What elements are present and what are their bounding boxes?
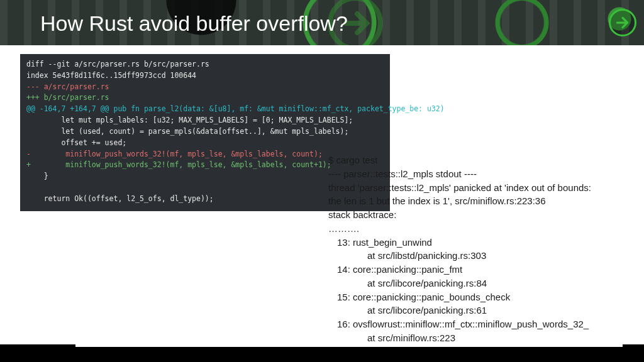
term-line: ---- parser::tests::l2_mpls stdout ---- [328, 167, 629, 181]
term-frame-loc: at src/libcore/panicking.rs:61 [328, 304, 629, 317]
term-line: the len is 1 but the index is 1', src/mi… [328, 194, 629, 208]
diff-line: return Ok((offset, l2_5_ofs, dl_type)); [26, 194, 214, 203]
diff-line: --- a/src/parser.rs [26, 82, 109, 91]
term-line: ………. [328, 222, 629, 236]
diff-removed-line: - miniflow_push_words_32!(mf, mpls_lse, … [26, 150, 323, 158]
terminal-output: $ cargo test ---- parser::tests::l2_mpls… [328, 153, 629, 362]
diff-line: let (used, count) = parse_mpls(&data[off… [26, 127, 348, 136]
diff-line: } [26, 172, 48, 180]
diff-hunk-header: @@ -164,7 +164,7 @@ pub fn parse_l2(data… [26, 104, 445, 113]
diff-line: let mut mpls_labels: [u32; MAX_MPLS_LABE… [26, 116, 353, 124]
term-line: thread 'parser::tests::l2_mpls' panicked… [328, 181, 629, 195]
diff-added-line: + miniflow_push_words_32!(mf, mpls_lse, … [26, 160, 331, 169]
diff-line: index 5e43f8d11f6c..15dff9973ccd 100644 [26, 71, 196, 80]
slide-body: diff --git a/src/parser.rs b/src/parser.… [0, 45, 644, 362]
diff-line: offset += used; [26, 138, 126, 147]
term-frame: 13: rust_begin_unwind [328, 236, 629, 250]
term-frame-loc: at src/libcore/panicking.rs:84 [328, 277, 629, 290]
diff-line: diff --git a/src/parser.rs b/src/parser.… [26, 60, 209, 69]
term-frame-loc: at src/miniflow.rs:223 [328, 331, 629, 345]
slide-title: How Rust avoid buffer overflow? [0, 0, 644, 36]
slide-header: How Rust avoid buffer overflow? [0, 0, 644, 45]
term-frame: 14: core::panicking::panic_fmt [328, 263, 629, 277]
term-line: $ cargo test [328, 153, 629, 167]
term-frame: 16: ovsflowrust::miniflow::mf_ctx::minif… [328, 317, 629, 331]
slide-footer-bar [0, 347, 644, 362]
term-frame-loc: at src/libstd/panicking.rs:303 [328, 249, 629, 263]
diff-line: +++ b/src/parser.rs [26, 93, 109, 102]
term-line: stack backtrace: [328, 208, 629, 222]
term-frame: 15: core::panicking::panic_bounds_check [328, 290, 629, 304]
